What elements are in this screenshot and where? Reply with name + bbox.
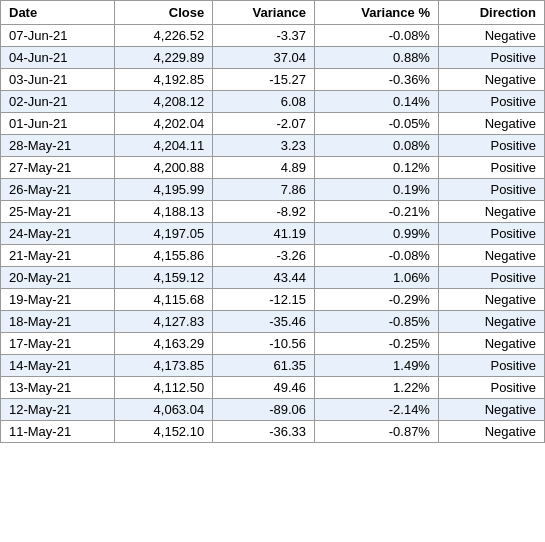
cell-close: 4,115.68 bbox=[115, 289, 213, 311]
cell-variance: -3.26 bbox=[213, 245, 315, 267]
cell-direction: Positive bbox=[438, 377, 544, 399]
cell-direction: Positive bbox=[438, 91, 544, 113]
table-row: 21-May-214,155.86-3.26-0.08%Negative bbox=[1, 245, 545, 267]
cell-direction: Positive bbox=[438, 355, 544, 377]
cell-variance-pct: 1.22% bbox=[315, 377, 439, 399]
cell-variance-pct: -0.08% bbox=[315, 25, 439, 47]
header-direction: Direction bbox=[438, 1, 544, 25]
cell-direction: Positive bbox=[438, 267, 544, 289]
table-row: 25-May-214,188.13-8.92-0.21%Negative bbox=[1, 201, 545, 223]
cell-variance-pct: 0.08% bbox=[315, 135, 439, 157]
cell-date: 11-May-21 bbox=[1, 421, 115, 443]
cell-variance-pct: 0.88% bbox=[315, 47, 439, 69]
cell-variance-pct: 0.19% bbox=[315, 179, 439, 201]
cell-variance: -12.15 bbox=[213, 289, 315, 311]
cell-date: 18-May-21 bbox=[1, 311, 115, 333]
cell-date: 03-Jun-21 bbox=[1, 69, 115, 91]
header-date: Date bbox=[1, 1, 115, 25]
table-row: 13-May-214,112.5049.461.22%Positive bbox=[1, 377, 545, 399]
cell-variance-pct: -0.08% bbox=[315, 245, 439, 267]
cell-variance: 4.89 bbox=[213, 157, 315, 179]
cell-direction: Negative bbox=[438, 399, 544, 421]
cell-variance: 43.44 bbox=[213, 267, 315, 289]
cell-direction: Negative bbox=[438, 245, 544, 267]
cell-close: 4,173.85 bbox=[115, 355, 213, 377]
cell-variance: -36.33 bbox=[213, 421, 315, 443]
cell-date: 28-May-21 bbox=[1, 135, 115, 157]
cell-close: 4,202.04 bbox=[115, 113, 213, 135]
header-close: Close bbox=[115, 1, 213, 25]
cell-direction: Positive bbox=[438, 47, 544, 69]
table-header-row: Date Close Variance Variance % Direction bbox=[1, 1, 545, 25]
cell-variance: 7.86 bbox=[213, 179, 315, 201]
cell-date: 12-May-21 bbox=[1, 399, 115, 421]
cell-close: 4,188.13 bbox=[115, 201, 213, 223]
table-row: 27-May-214,200.884.890.12%Positive bbox=[1, 157, 545, 179]
cell-date: 21-May-21 bbox=[1, 245, 115, 267]
cell-close: 4,204.11 bbox=[115, 135, 213, 157]
table-row: 01-Jun-214,202.04-2.07-0.05%Negative bbox=[1, 113, 545, 135]
table-row: 20-May-214,159.1243.441.06%Positive bbox=[1, 267, 545, 289]
cell-direction: Negative bbox=[438, 25, 544, 47]
cell-close: 4,112.50 bbox=[115, 377, 213, 399]
cell-close: 4,155.86 bbox=[115, 245, 213, 267]
cell-close: 4,208.12 bbox=[115, 91, 213, 113]
cell-date: 26-May-21 bbox=[1, 179, 115, 201]
cell-date: 19-May-21 bbox=[1, 289, 115, 311]
cell-variance: -2.07 bbox=[213, 113, 315, 135]
header-variance-pct: Variance % bbox=[315, 1, 439, 25]
cell-direction: Negative bbox=[438, 333, 544, 355]
cell-variance: 6.08 bbox=[213, 91, 315, 113]
cell-variance: -89.06 bbox=[213, 399, 315, 421]
cell-date: 27-May-21 bbox=[1, 157, 115, 179]
cell-direction: Positive bbox=[438, 157, 544, 179]
table-row: 12-May-214,063.04-89.06-2.14%Negative bbox=[1, 399, 545, 421]
cell-variance-pct: -2.14% bbox=[315, 399, 439, 421]
data-table: Date Close Variance Variance % Direction… bbox=[0, 0, 545, 443]
cell-close: 4,152.10 bbox=[115, 421, 213, 443]
cell-close: 4,226.52 bbox=[115, 25, 213, 47]
table-row: 26-May-214,195.997.860.19%Positive bbox=[1, 179, 545, 201]
cell-date: 04-Jun-21 bbox=[1, 47, 115, 69]
cell-close: 4,195.99 bbox=[115, 179, 213, 201]
cell-variance-pct: -0.87% bbox=[315, 421, 439, 443]
cell-variance-pct: 0.12% bbox=[315, 157, 439, 179]
cell-variance-pct: 1.49% bbox=[315, 355, 439, 377]
table-row: 19-May-214,115.68-12.15-0.29%Negative bbox=[1, 289, 545, 311]
cell-date: 13-May-21 bbox=[1, 377, 115, 399]
cell-variance: -3.37 bbox=[213, 25, 315, 47]
cell-close: 4,127.83 bbox=[115, 311, 213, 333]
cell-variance: 49.46 bbox=[213, 377, 315, 399]
cell-date: 25-May-21 bbox=[1, 201, 115, 223]
cell-direction: Positive bbox=[438, 223, 544, 245]
cell-date: 20-May-21 bbox=[1, 267, 115, 289]
cell-close: 4,200.88 bbox=[115, 157, 213, 179]
cell-direction: Positive bbox=[438, 179, 544, 201]
cell-variance: 41.19 bbox=[213, 223, 315, 245]
cell-variance: 3.23 bbox=[213, 135, 315, 157]
cell-variance-pct: -0.85% bbox=[315, 311, 439, 333]
cell-variance: -35.46 bbox=[213, 311, 315, 333]
table-row: 04-Jun-214,229.8937.040.88%Positive bbox=[1, 47, 545, 69]
cell-date: 02-Jun-21 bbox=[1, 91, 115, 113]
cell-close: 4,159.12 bbox=[115, 267, 213, 289]
cell-variance: 37.04 bbox=[213, 47, 315, 69]
cell-variance: -8.92 bbox=[213, 201, 315, 223]
header-variance: Variance bbox=[213, 1, 315, 25]
table-row: 28-May-214,204.113.230.08%Positive bbox=[1, 135, 545, 157]
cell-date: 07-Jun-21 bbox=[1, 25, 115, 47]
table-row: 14-May-214,173.8561.351.49%Positive bbox=[1, 355, 545, 377]
cell-date: 14-May-21 bbox=[1, 355, 115, 377]
table-row: 24-May-214,197.0541.190.99%Positive bbox=[1, 223, 545, 245]
table-row: 07-Jun-214,226.52-3.37-0.08%Negative bbox=[1, 25, 545, 47]
cell-variance-pct: -0.21% bbox=[315, 201, 439, 223]
cell-close: 4,192.85 bbox=[115, 69, 213, 91]
table-row: 17-May-214,163.29-10.56-0.25%Negative bbox=[1, 333, 545, 355]
table-row: 03-Jun-214,192.85-15.27-0.36%Negative bbox=[1, 69, 545, 91]
table-row: 02-Jun-214,208.126.080.14%Positive bbox=[1, 91, 545, 113]
cell-direction: Negative bbox=[438, 69, 544, 91]
cell-direction: Negative bbox=[438, 113, 544, 135]
cell-variance: 61.35 bbox=[213, 355, 315, 377]
cell-date: 24-May-21 bbox=[1, 223, 115, 245]
cell-variance-pct: 0.99% bbox=[315, 223, 439, 245]
